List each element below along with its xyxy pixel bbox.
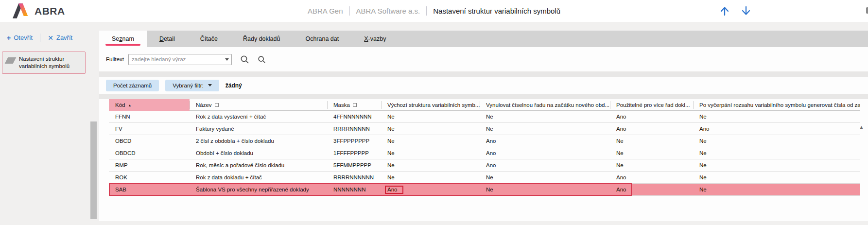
cell-maska: 5FFMMPPPPP <box>327 162 381 168</box>
table-row-obcd[interactable]: OBCD2 čísl z obdobía + číslo dokladu3FFP… <box>109 135 860 147</box>
cell-kod: OBCD <box>109 138 190 144</box>
cell-vychozi: Ne <box>381 114 480 120</box>
column-options-icon[interactable] <box>353 103 357 107</box>
column-header-label: Výchozí struktura variabilních symb... <box>387 102 480 108</box>
search-detail-icon[interactable] <box>258 55 266 64</box>
fulltext-input[interactable] <box>128 54 232 65</box>
column-header-povycerpani[interactable]: Po vyčerpání rozsahu variabilního symbol… <box>693 99 860 111</box>
column-header-maska[interactable]: Maska <box>327 99 381 111</box>
cell-nazev: Rok z data vystavení + čítač <box>190 114 327 120</box>
tab-detail[interactable]: Detail <box>147 31 188 47</box>
breadcrumb-app: ABRA Gen <box>308 7 343 15</box>
column-header-pouzitelne[interactable]: Použitelné pro více řad dokl... <box>610 99 693 111</box>
breadcrumb-divider <box>349 6 350 16</box>
sidebar-divider <box>40 34 40 42</box>
tab-ochrana-dat[interactable]: Ochrana dat <box>293 31 351 47</box>
cell-povycerpani: Ne <box>693 162 860 168</box>
search-icon[interactable] <box>240 55 249 64</box>
close-icon: ✕ <box>48 34 53 42</box>
table-body: FFNNRok z data vystavení + čítač4FFNNNNN… <box>109 111 860 196</box>
cell-nazev: Šablona VS pro všechny nepřiřazené dokla… <box>190 187 327 192</box>
cut-off-icon <box>866 7 868 14</box>
cell-vychozi: Ne <box>381 150 480 156</box>
column-header-label: Název <box>196 102 212 108</box>
table-row-sab[interactable]: SABŠablona VS pro všechny nepřiřazené do… <box>109 184 860 196</box>
tab-seznam[interactable]: Seznam <box>99 31 147 47</box>
table-row-obdcd[interactable]: OBDCDObdobí + číslo dokladu1FFFFPPPPPNeA… <box>109 147 860 159</box>
column-options-icon[interactable] <box>215 103 219 107</box>
cell-vynulovat: Ne <box>480 174 610 180</box>
filter-select-button[interactable]: Vybraný filtr: <box>165 80 219 91</box>
table-row-ffnn[interactable]: FFNNRok z data vystavení + čítač4FFNNNNN… <box>109 111 860 123</box>
table-row-rmp[interactable]: RMPRok, měsíc a pořadové číslo dkladu5FF… <box>109 159 860 172</box>
cell-povycerpani: Ne <box>693 174 860 180</box>
filter-select-label: Vybraný filtr: <box>173 83 203 88</box>
top-header-bar: ABRA ABRA Gen ABRA Software a.s. Nastave… <box>0 0 868 22</box>
column-header-kod[interactable]: Kód▲ <box>109 99 190 111</box>
section-gap <box>99 71 868 77</box>
sidebar: + Otevřít ✕ Zavřít Nastavení struktur va… <box>0 22 88 74</box>
up-arrow-icon[interactable] <box>719 5 730 17</box>
close-button-label: Zavřít <box>56 34 72 41</box>
cell-nazev: Rok z data dokladu + čítač <box>190 174 327 180</box>
tab--ta-e[interactable]: Čítače <box>188 31 230 47</box>
cell-pouzitelne: Ne <box>610 162 693 168</box>
cell-maska: 4FFNNNNNNN <box>327 114 381 120</box>
cell-pouzitelne: Ne <box>610 138 693 144</box>
sidebar-item-label: Nastavení struktur variabilních symbolů <box>19 55 82 70</box>
fulltext-label: Fulltext <box>106 56 124 62</box>
toolbar-row: Počet záznamů Vybraný filtr: žádný <box>99 77 868 94</box>
column-header-label: Vynulovat číselnou řadu na začátku novéh… <box>486 102 609 108</box>
cell-povycerpani: Ano <box>693 126 860 132</box>
table-area: Kód▲NázevMaskaVýchozí struktura variabil… <box>99 99 868 221</box>
cell-maska: RRRRNNNNNN <box>327 174 381 180</box>
cell-vynulovat: Ne <box>480 187 610 192</box>
cell-vychozi: Ne <box>381 126 480 132</box>
sidebar-item-variable-symbols[interactable]: Nastavení struktur variabilních symbolů <box>2 52 86 74</box>
cell-vynulovat: Ne <box>480 114 610 120</box>
cell-vynulovat: Ano <box>480 138 610 144</box>
tab-x-vazby[interactable]: X-vazby <box>351 31 399 47</box>
open-button[interactable]: + Otevřít <box>7 34 33 42</box>
column-header-label: Po vyčerpání rozsahu variabilního symbol… <box>699 102 860 108</box>
tab-bar: SeznamDetailČítačeŘady dokladůOchrana da… <box>99 31 868 47</box>
left-scrollbar[interactable] <box>90 121 97 219</box>
cell-pouzitelne: Ano <box>610 114 693 120</box>
table-row-rok[interactable]: ROKRok z data dokladu + čítačRRRRNNNNNNN… <box>109 172 860 184</box>
cell-nazev: Rok, měsíc a pořadové číslo dkladu <box>190 162 327 168</box>
column-header-nazev[interactable]: Název <box>190 99 327 111</box>
cell-vynulovat: Ano <box>480 150 610 156</box>
column-header-label: Maska <box>333 102 350 108</box>
scroll-up-button[interactable]: ▲ <box>858 123 865 131</box>
parallelogram-icon <box>5 57 17 64</box>
tab--ady-doklad-[interactable]: Řady dokladů <box>230 31 293 47</box>
filter-current-value: žádný <box>226 82 242 89</box>
cell-vynulovat: Ano <box>480 162 610 168</box>
table-header-row: Kód▲NázevMaskaVýchozí struktura variabil… <box>109 99 860 111</box>
cell-vychozi: Ne <box>381 162 480 168</box>
cell-vychozi: Ne <box>381 138 480 144</box>
column-header-vychozi[interactable]: Výchozí struktura variabilních symb... <box>381 99 480 111</box>
column-header-vynulovat[interactable]: Vynulovat číselnou řadu na začátku novéh… <box>480 99 610 111</box>
open-button-label: Otevřít <box>14 34 33 41</box>
down-arrow-icon[interactable] <box>741 5 751 17</box>
cell-kod: RMP <box>109 162 190 168</box>
cell-maska: NNNNNNNN <box>327 187 381 192</box>
cell-kod: FV <box>109 126 190 132</box>
cell-povycerpani: Ne <box>693 187 860 192</box>
annotated-value-box: Ano <box>385 186 403 194</box>
fulltext-row: Fulltext <box>99 47 868 71</box>
record-count-button[interactable]: Počet záznamů <box>106 80 159 91</box>
cell-povycerpani: Ne <box>693 138 860 144</box>
section-gap <box>99 94 868 99</box>
scroll-up-icon: ▲ <box>859 124 864 130</box>
cell-vychozi: Ano <box>381 186 480 194</box>
table-row-fv[interactable]: FVFaktury vydanéRRRRNNNNNNeNeAnoAno <box>109 123 860 135</box>
cell-maska: RRRRNNNNN <box>327 126 381 132</box>
cell-pouzitelne: Ano <box>610 126 693 132</box>
close-button[interactable]: ✕ Zavřít <box>48 34 72 42</box>
breadcrumb-divider <box>426 6 427 16</box>
cell-pouzitelne: Ano <box>610 187 693 192</box>
cell-pouzitelne: Ne <box>610 150 693 156</box>
cell-vynulovat: Ne <box>480 126 610 132</box>
